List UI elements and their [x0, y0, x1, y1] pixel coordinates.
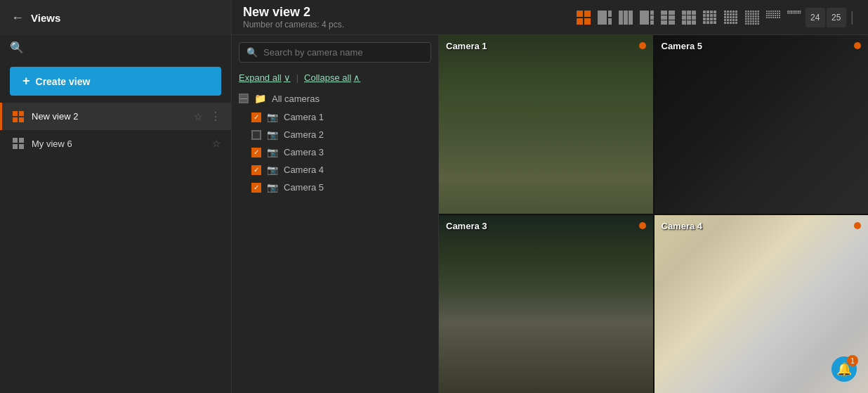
layout-8x8-button[interactable]	[784, 8, 804, 27]
svg-rect-19	[669, 20, 675, 25]
svg-rect-73	[752, 11, 754, 13]
camera-2-icon: 📷	[267, 129, 278, 140]
notification-bell[interactable]: 🔔 1	[831, 356, 857, 382]
svg-rect-129	[770, 17, 772, 18]
layout-1plus3-button[interactable]	[637, 8, 657, 27]
svg-rect-35	[710, 14, 713, 17]
svg-rect-57	[730, 16, 732, 18]
camera-panel: 🔍 Expand all ∨ | Collapse all ∧	[232, 35, 439, 393]
layout-2x3-button[interactable]	[658, 8, 678, 27]
svg-rect-121	[768, 15, 770, 16]
camera-3-checkbox[interactable]	[251, 148, 261, 157]
svg-rect-109	[772, 11, 774, 12]
svg-rect-116	[772, 13, 774, 14]
svg-rect-69	[735, 22, 737, 24]
svg-rect-122	[770, 15, 772, 16]
more-button-new-view-2[interactable]: ⋮	[210, 110, 221, 123]
svg-rect-20	[682, 11, 686, 15]
layout-3x3-button[interactable]	[679, 8, 699, 27]
sidebar-item-new-view-2[interactable]: New view 2 ☆ ⋮	[0, 103, 231, 130]
all-cameras-group-header[interactable]: — 📁 All cameras	[232, 89, 438, 108]
svg-rect-146	[794, 12, 796, 13]
camera-2-checkbox[interactable]	[251, 130, 261, 140]
video-status-dot-camera-4	[854, 222, 861, 229]
camera-search-input[interactable]	[263, 47, 423, 58]
svg-rect-82	[745, 15, 747, 18]
svg-rect-137	[792, 11, 794, 12]
camera-search: 🔍	[232, 35, 438, 70]
svg-rect-100	[745, 22, 747, 25]
svg-rect-87	[757, 15, 759, 18]
all-cameras-label: All cameras	[272, 94, 320, 104]
layout-7x7-button[interactable]	[763, 8, 783, 27]
svg-rect-67	[730, 22, 732, 24]
svg-rect-97	[752, 20, 754, 22]
svg-rect-61	[727, 19, 729, 21]
svg-rect-7	[619, 11, 623, 25]
create-view-button[interactable]: + Create view	[10, 67, 221, 96]
svg-rect-80	[755, 13, 757, 15]
svg-rect-96	[750, 20, 752, 22]
layout-4x4-button[interactable]	[700, 8, 720, 27]
svg-rect-18	[661, 20, 667, 25]
svg-rect-30	[706, 11, 709, 13]
svg-rect-71	[747, 11, 749, 13]
video-cell-camera-1[interactable]: Camera 1	[439, 35, 653, 214]
tree-item-camera-4[interactable]: 📷 Camera 4	[232, 161, 438, 179]
svg-rect-143	[789, 12, 790, 13]
layout-num-25-button[interactable]: 25	[827, 8, 846, 27]
layout-1x2-button[interactable]	[595, 8, 614, 27]
tree-item-camera-2[interactable]: 📷 Camera 2	[232, 126, 438, 143]
layout-num-24-button[interactable]: 24	[805, 8, 825, 27]
back-button[interactable]: ←	[11, 11, 24, 25]
camera-2-label: Camera 2	[284, 129, 324, 140]
svg-rect-123	[772, 15, 774, 16]
camera-search-icon: 🔍	[246, 47, 258, 58]
svg-rect-89	[747, 18, 749, 20]
svg-rect-106	[766, 11, 768, 12]
svg-rect-9	[629, 11, 633, 25]
video-cell-camera-5[interactable]: Camera 5	[655, 35, 869, 214]
tree-item-camera-1[interactable]: 📷 Camera 1	[232, 108, 438, 126]
camera-4-checkbox[interactable]	[251, 165, 261, 175]
svg-rect-147	[796, 12, 797, 13]
expand-collapse-separator: |	[296, 72, 298, 83]
svg-rect-31	[710, 11, 713, 13]
svg-rect-125	[777, 15, 778, 16]
layout-3col-button[interactable]	[616, 8, 636, 27]
svg-rect-23	[682, 15, 686, 20]
star-button-my-view-6[interactable]: ☆	[212, 138, 221, 149]
sidebar-item-my-view-6[interactable]: My view 6 ☆	[0, 130, 231, 157]
svg-rect-33	[703, 14, 706, 17]
layout-5x5-button[interactable]	[721, 8, 741, 27]
collapse-all-button[interactable]: Collapse all ∧	[304, 72, 360, 83]
view-name-my-view-6: My view 6	[32, 138, 205, 149]
svg-rect-85	[752, 15, 754, 18]
tree-item-camera-5[interactable]: 📷 Camera 5	[232, 179, 438, 196]
svg-rect-1	[584, 11, 591, 17]
toolbar: New view 2 Number of cameras: 4 pcs.	[232, 0, 868, 35]
svg-rect-3	[584, 18, 591, 25]
svg-rect-24	[687, 15, 691, 20]
camera-1-checkbox[interactable]	[251, 112, 261, 122]
expand-all-button[interactable]: Expand all ∨	[239, 72, 291, 83]
svg-rect-139	[796, 11, 797, 12]
sidebar-title: Views	[31, 12, 60, 24]
svg-rect-42	[706, 21, 709, 24]
camera-5-feed	[655, 35, 869, 214]
svg-rect-70	[745, 11, 747, 13]
layout-2x2-button[interactable]	[574, 8, 593, 27]
svg-rect-34	[706, 14, 709, 17]
video-label-camera-5: Camera 5	[662, 41, 703, 51]
svg-rect-38	[706, 18, 709, 20]
svg-rect-62	[730, 19, 732, 21]
video-cell-camera-3[interactable]: Camera 3	[439, 215, 653, 394]
star-button-new-view-2[interactable]: ☆	[194, 111, 203, 122]
video-status-dot-camera-5	[854, 42, 861, 49]
camera-5-checkbox[interactable]	[251, 183, 261, 193]
layout-6x6-button[interactable]	[742, 8, 762, 27]
search-icon[interactable]: 🔍	[10, 41, 24, 54]
all-cameras-checkbox[interactable]: —	[239, 94, 249, 103]
tree-item-camera-3[interactable]: 📷 Camera 3	[232, 143, 438, 161]
svg-rect-141	[799, 11, 801, 12]
